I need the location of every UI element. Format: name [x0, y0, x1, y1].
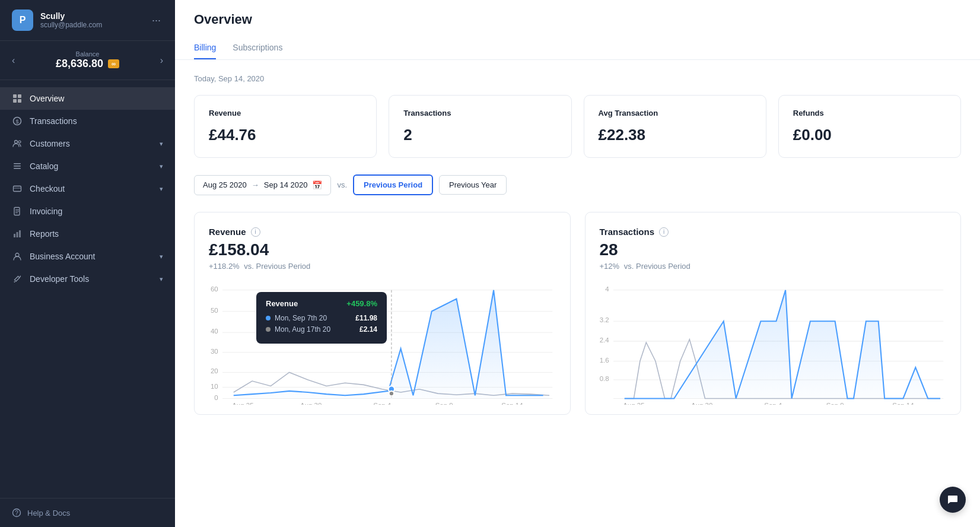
svg-text:Sep 14: Sep 14: [892, 402, 914, 405]
tools-icon: [12, 274, 23, 284]
card-icon: [12, 183, 23, 194]
previous-period-button[interactable]: Previous Period: [353, 174, 433, 195]
stat-card-revenue-value: £44.76: [209, 126, 362, 144]
stat-card-revenue-label: Revenue: [209, 109, 362, 118]
sidebar-item-catalog-label: Catalog: [30, 161, 58, 171]
dollar-icon: $: [12, 116, 23, 126]
list-icon: [12, 161, 23, 172]
chevron-down-icon: ▾: [160, 163, 163, 170]
sidebar-item-reports[interactable]: Reports: [0, 223, 175, 245]
sidebar-item-customers[interactable]: Customers ▾: [0, 132, 175, 155]
revenue-chart-title: Revenue: [209, 227, 246, 237]
svg-rect-19: [19, 230, 21, 237]
balance-badge: ∞: [108, 59, 119, 68]
chart-icon: [12, 228, 23, 239]
sidebar: P Scully scully@paddle.com ··· ‹ Balance…: [0, 0, 175, 527]
balance-label: Balance: [56, 50, 119, 58]
svg-text:0.8: 0.8: [600, 375, 609, 382]
svg-text:3.2: 3.2: [600, 316, 609, 323]
date-start: Aug 25 2020: [203, 180, 247, 189]
balance-section: ‹ Balance £8,636.80 ∞ ›: [0, 41, 175, 80]
transactions-info-icon[interactable]: i: [659, 227, 669, 237]
tooltip-row2-label: Mon, Aug 17th 20: [275, 325, 359, 334]
users-icon: [12, 138, 23, 149]
nav-list: Overview $ Transactions Customers ▾: [0, 80, 175, 498]
sidebar-item-checkout[interactable]: Checkout ▾: [0, 177, 175, 200]
stat-card-refunds-label: Refunds: [793, 109, 946, 118]
svg-rect-18: [17, 232, 18, 237]
svg-rect-3: [18, 99, 21, 103]
calendar-icon: 📅: [312, 180, 322, 190]
svg-text:50: 50: [211, 307, 218, 314]
chevron-down-icon: ▾: [160, 185, 163, 193]
charts-row: Revenue i £158.04 +118.2% vs. Previous P…: [194, 212, 961, 415]
svg-rect-17: [14, 234, 15, 237]
options-button[interactable]: ···: [149, 12, 163, 29]
main-content: Overview Billing Subscriptions Today, Se…: [175, 0, 980, 527]
revenue-chart-value: £158.04: [209, 240, 556, 259]
svg-text:Aug 30: Aug 30: [691, 402, 712, 405]
sidebar-item-invoicing[interactable]: Invoicing: [0, 200, 175, 223]
transactions-chart-title-row: Transactions i: [600, 227, 947, 237]
balance-next-button[interactable]: ›: [160, 55, 163, 66]
tab-billing[interactable]: Billing: [194, 37, 216, 59]
balance-amount: £8,636.80 ∞: [56, 58, 119, 70]
svg-text:Sep 4: Sep 4: [764, 402, 782, 405]
stat-card-avg-value: £22.38: [599, 126, 752, 144]
transactions-change-suffix: vs. Previous Period: [624, 262, 691, 271]
tooltip-pct: +459.8%: [346, 299, 377, 308]
svg-rect-10: [14, 168, 21, 169]
revenue-info-icon[interactable]: i: [251, 227, 260, 237]
svg-text:?: ?: [15, 510, 18, 516]
chat-button[interactable]: [940, 487, 966, 513]
stat-card-refunds: Refunds £0.00: [778, 95, 961, 158]
tooltip-label: Revenue: [266, 299, 298, 308]
sidebar-item-checkout-label: Checkout: [30, 184, 65, 193]
previous-year-button[interactable]: Previous Year: [439, 175, 507, 195]
tooltip-row1-value: £11.98: [355, 314, 377, 322]
sidebar-item-developer-tools[interactable]: Developer Tools ▾: [0, 268, 175, 290]
sidebar-item-customers-label: Customers: [30, 139, 70, 148]
svg-text:0: 0: [214, 394, 218, 401]
svg-text:60: 60: [211, 285, 218, 293]
vs-label: vs.: [337, 180, 347, 189]
svg-point-6: [15, 141, 18, 144]
svg-point-7: [18, 141, 21, 143]
stat-card-revenue: Revenue £44.76: [194, 95, 377, 158]
revenue-chart-change: +118.2% vs. Previous Period: [209, 262, 556, 271]
balance-info: Balance £8,636.80 ∞: [56, 50, 119, 70]
svg-rect-12: [14, 188, 21, 189]
balance-prev-button[interactable]: ‹: [12, 55, 15, 66]
revenue-chart-title-row: Revenue i: [209, 227, 556, 237]
arrow-icon: →: [252, 180, 259, 189]
svg-text:2.4: 2.4: [600, 336, 609, 344]
transactions-chart-value: 28: [600, 240, 947, 259]
main-header: Overview Billing Subscriptions: [175, 0, 980, 60]
content-area: Today, Sep 14, 2020 Revenue £44.76 Trans…: [175, 60, 980, 527]
sidebar-item-business-account[interactable]: Business Account ▾: [0, 245, 175, 268]
svg-rect-0: [13, 94, 17, 98]
user-email: scully@paddle.com: [40, 21, 102, 29]
tooltip-row-1: Mon, Sep 7th 20 £11.98: [266, 314, 377, 322]
sidebar-item-transactions[interactable]: $ Transactions: [0, 110, 175, 132]
svg-text:Aug 30: Aug 30: [300, 402, 322, 405]
sidebar-item-overview[interactable]: Overview: [0, 87, 175, 110]
revenue-change-suffix: vs. Previous Period: [244, 262, 310, 271]
tooltip-row-2: Mon, Aug 17th 20 £2.14: [266, 325, 377, 334]
user-info: Scully scully@paddle.com: [40, 11, 102, 29]
help-docs-link[interactable]: ? Help & Docs: [0, 498, 175, 527]
svg-rect-1: [18, 94, 21, 98]
revenue-chart-area: Revenue +459.8% Mon, Sep 7th 20 £11.98 M…: [209, 280, 556, 405]
stat-card-refunds-value: £0.00: [793, 126, 946, 144]
chevron-down-icon: ▾: [160, 275, 163, 283]
chevron-down-icon: ▾: [160, 253, 163, 261]
sidebar-item-catalog[interactable]: Catalog ▾: [0, 155, 175, 177]
tab-subscriptions[interactable]: Subscriptions: [233, 37, 282, 59]
svg-rect-8: [14, 163, 21, 164]
svg-text:$: $: [15, 119, 18, 125]
tooltip-dot-gray: [266, 327, 271, 332]
sidebar-item-transactions-label: Transactions: [30, 116, 77, 126]
date-range-picker[interactable]: Aug 25 2020 → Sep 14 2020 📅: [194, 175, 331, 195]
stat-card-transactions-value: 2: [403, 126, 556, 144]
date-label: Today, Sep 14, 2020: [194, 74, 961, 83]
